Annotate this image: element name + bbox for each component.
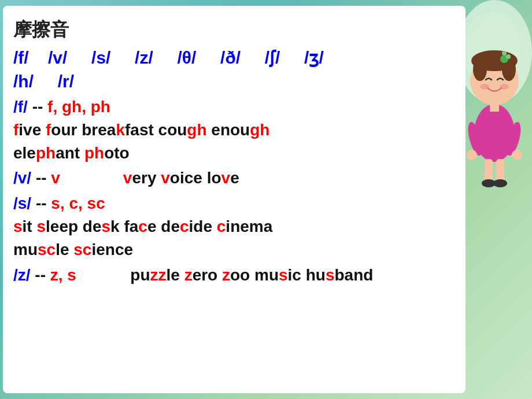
phoneme-r: /r/ bbox=[58, 72, 74, 91]
rule-v: /v/ -- v very voice love bbox=[13, 167, 455, 189]
section-v: /v/ -- v very voice love bbox=[13, 167, 455, 189]
svg-point-13 bbox=[467, 150, 477, 160]
phoneme-row-2: /h/ /r/ bbox=[13, 70, 455, 93]
section-s: /s/ -- s, c, sc sit sleep desk face deci… bbox=[13, 193, 455, 260]
phoneme-zh: /ʒ/ bbox=[304, 48, 324, 67]
svg-point-3 bbox=[473, 58, 487, 81]
phoneme-eth: /ð/ bbox=[220, 48, 241, 67]
rule-s: /s/ -- s, c, sc bbox=[13, 193, 455, 215]
example-s-line1: sit sleep desk face decide cinema bbox=[13, 216, 455, 238]
phoneme-f: /f/ bbox=[13, 48, 29, 67]
phoneme-row-1: /f/ /v/ /s/ /z/ /θ/ /ð/ /ʃ/ /ʒ/ bbox=[13, 46, 455, 69]
phoneme-z: /z/ bbox=[135, 48, 153, 67]
rule-f: /f/ -- f, gh, ph bbox=[13, 96, 455, 118]
example-f-line1: five four breakfast cough enough bbox=[13, 119, 455, 141]
phoneme-sh: /ʃ/ bbox=[265, 48, 280, 67]
example-s-line2: muscle science bbox=[13, 239, 455, 261]
svg-point-18 bbox=[493, 179, 507, 187]
phoneme-h: /h/ bbox=[13, 72, 34, 91]
svg-point-7 bbox=[506, 54, 511, 59]
rule-z: /z/ -- z, s puzzle zero zoo music husban… bbox=[13, 264, 455, 286]
svg-point-9 bbox=[500, 84, 509, 90]
phoneme-s: /s/ bbox=[91, 48, 110, 67]
phoneme-theta: /θ/ bbox=[177, 48, 196, 67]
svg-rect-15 bbox=[485, 159, 493, 182]
svg-point-6 bbox=[502, 51, 507, 56]
content-panel: 摩擦音 /f/ /v/ /s/ /z/ /θ/ /ð/ /ʃ/ /ʒ/ /h/ … bbox=[3, 6, 466, 393]
svg-point-14 bbox=[512, 150, 522, 160]
svg-rect-16 bbox=[496, 159, 504, 182]
section-f: /f/ -- f, gh, ph five four breakfast cou… bbox=[13, 96, 455, 164]
svg-rect-10 bbox=[490, 103, 499, 112]
section-z: /z/ -- z, s puzzle zero zoo music husban… bbox=[13, 264, 455, 286]
svg-point-8 bbox=[480, 84, 489, 90]
cartoon-character bbox=[463, 17, 526, 191]
example-f-line2: elephant photo bbox=[13, 142, 455, 164]
page-title: 摩擦音 bbox=[13, 17, 455, 43]
phoneme-v: /v/ bbox=[48, 48, 67, 67]
